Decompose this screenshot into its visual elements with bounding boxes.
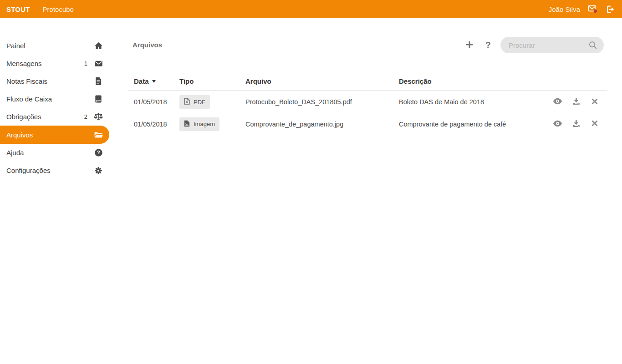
toolbar: ? [463,37,604,53]
cell-type: Imagem [179,117,245,131]
home-icon [93,41,103,51]
row-actions [546,120,607,129]
sidebar-item-ajuda[interactable]: Ajuda? [0,144,109,162]
book-icon [93,95,103,104]
column-label: Data [134,77,149,85]
table-row: 01/05/2018ImagemComprovante_de_pagamento… [127,113,607,135]
eye-icon [553,120,562,128]
delete-button[interactable] [590,97,599,106]
topbar: STOUT Protocubo João Silva [0,0,622,18]
cell-date: 01/05/2018 [134,98,179,106]
column-header-data[interactable]: Data [134,77,179,85]
document-icon [93,77,103,86]
view-button[interactable] [553,97,562,106]
count-badge: 1 [84,60,93,67]
search-icon[interactable] [588,40,597,50]
folder-open-icon [93,130,103,139]
view-button[interactable] [553,120,562,129]
download-button[interactable] [571,97,581,106]
sidebar-item-label: Configurações [6,167,51,174]
sidebar-item-label: Notas Fiscais [6,77,47,85]
sidebar-item-label: Painel [6,42,25,50]
table-header-row: DataTipoArquivoDescrição [127,72,607,91]
column-label: Arquivo [245,77,271,85]
search-input[interactable] [509,41,588,49]
sidebar: PainelMensagens1Notas FiscaisFluxo de Ca… [0,18,109,179]
mail-notification-icon[interactable] [588,4,598,14]
column-header-descricao[interactable]: Descrição [399,77,546,85]
table-row: 01/05/2018PDFProtocubo_Boleto_DAS_201805… [127,91,607,113]
user-name[interactable]: João Silva [549,5,580,13]
file-type-badge: PDF [179,95,210,109]
cell-type: PDF [179,95,245,109]
page-title: Arquivos [133,41,162,49]
sidebar-item-notas-fiscais[interactable]: Notas Fiscais [0,72,109,90]
close-icon [591,120,598,128]
main-content: Arquivos ? DataTipoArquivoDescrição 01/0… [109,18,622,364]
plus-icon [465,40,474,51]
app-name[interactable]: Protocubo [43,5,74,13]
column-label: Descrição [399,77,432,85]
download-button[interactable] [571,120,581,129]
help-button[interactable]: ? [482,39,495,51]
sidebar-item-label: Mensagens [6,60,42,67]
cell-description: Comprovante de pagamento de café [399,121,546,128]
files-table: DataTipoArquivoDescrição 01/05/2018PDFPr… [127,72,607,135]
topbar-right: João Silva [549,4,616,14]
search-box[interactable] [500,37,604,53]
column-header-arquivo[interactable]: Arquivo [245,77,399,85]
file-type-label: Imagem [194,121,215,127]
scale-icon [93,112,103,121]
column-header-tipo[interactable]: Tipo [179,77,245,85]
question-circle-icon: ? [93,148,103,157]
delete-button[interactable] [590,120,599,129]
file-image-icon [184,120,190,128]
file-type-label: PDF [194,99,205,106]
column-label: Tipo [179,77,194,85]
sidebar-item-configuracoes[interactable]: Configurações [0,162,109,179]
sidebar-item-label: Fluxo de Caixa [6,95,52,103]
row-actions [546,97,607,106]
sidebar-item-label: Ajuda [6,149,24,157]
sidebar-item-obrigacoes[interactable]: Obrigações2 [0,108,109,126]
cell-description: Boleto DAS de Maio de 2018 [399,98,546,106]
logout-icon[interactable] [606,4,616,14]
cell-date: 01/05/2018 [134,121,179,128]
file-pdf-icon [184,98,190,106]
help-icon: ? [485,40,491,50]
envelope-icon [93,59,103,68]
brand-logo[interactable]: STOUT [6,5,30,13]
sidebar-item-fluxo-de-caixa[interactable]: Fluxo de Caixa [0,90,109,108]
svg-text:?: ? [97,150,100,155]
sidebar-item-painel[interactable]: Painel [0,37,109,55]
close-icon [591,98,598,106]
sidebar-item-arquivos[interactable]: Arquivos [0,126,109,144]
cell-filename: Protocubo_Boleto_DAS_201805.pdf [245,98,399,106]
gear-icon [93,166,103,175]
count-badge: 2 [84,113,93,120]
download-icon [572,97,581,107]
sidebar-item-mensagens[interactable]: Mensagens1 [0,55,109,72]
download-icon [572,119,581,129]
cell-filename: Comprovante_de_pagamento.jpg [245,121,399,128]
sort-caret-icon [152,80,156,83]
add-file-button[interactable] [463,39,476,51]
table-body: 01/05/2018PDFProtocubo_Boleto_DAS_201805… [127,91,607,135]
sidebar-item-label: Obrigações [6,113,41,121]
file-type-badge: Imagem [179,117,219,131]
sidebar-item-label: Arquivos [6,131,33,139]
eye-icon [553,98,562,106]
